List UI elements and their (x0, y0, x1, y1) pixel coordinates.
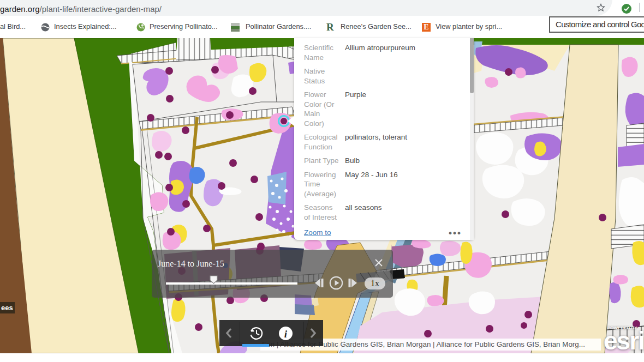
svg-text:esri: esri (604, 327, 644, 353)
